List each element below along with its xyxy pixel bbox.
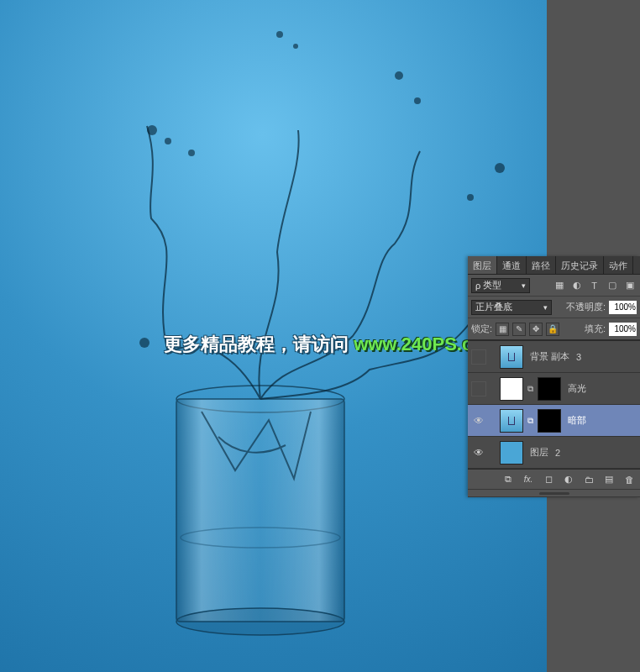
layers-panel-footer: ⧉ fx. ◻ ◐ 🗀 ▤ 🗑 [468,469,640,489]
svg-point-14 [188,150,195,156]
lock-all-icon[interactable]: 🔒 [546,323,559,336]
fill-label: 填充: [585,323,606,335]
new-group-icon[interactable]: 🗀 [583,474,595,486]
visibility-toggle[interactable] [471,381,486,396]
svg-point-13 [139,338,150,348]
visibility-toggle[interactable] [471,349,486,365]
layer-list: 背景 副本 3 ⧉ 高光 👁 ⧉ 暗部 👁 图层 2 [468,340,640,469]
layer-name: 背景 副本 [527,350,569,363]
layer-num: 2 [552,448,560,458]
layer-mask-thumbnail[interactable] [538,409,561,433]
lock-brush-icon[interactable]: ✎ [512,323,526,336]
new-layer-icon[interactable]: ▤ [603,474,615,486]
blend-mode-dropdown[interactable]: 正片叠底 [471,300,552,315]
layer-row[interactable]: ⧉ 高光 [468,373,640,405]
svg-point-7 [467,194,474,201]
svg-point-5 [414,97,421,104]
lock-move-icon[interactable]: ✥ [529,323,543,336]
layer-row[interactable]: 👁 图层 2 [468,437,640,469]
add-mask-icon[interactable]: ◻ [543,474,554,486]
layer-row[interactable]: 👁 ⧉ 暗部 [468,405,640,437]
tab-paths[interactable]: 路径 [527,256,556,274]
panel-resize-grip[interactable] [468,489,640,497]
svg-point-6 [495,163,505,173]
search-icon: ρ [475,281,480,291]
layer-name: 图层 [527,446,548,459]
delete-layer-icon[interactable]: 🗑 [623,474,635,486]
svg-point-15 [293,44,298,49]
filter-adjust-icon[interactable]: ◐ [569,278,584,292]
svg-point-10 [276,31,283,38]
layer-name: 暗部 [564,414,586,427]
layer-num: 3 [573,352,581,362]
layer-kind-dropdown[interactable]: ρ 类型 [471,278,530,293]
filter-smart-icon[interactable]: ▣ [622,278,637,292]
fx-icon[interactable]: fx. [522,474,534,486]
svg-point-4 [395,71,403,80]
fill-field[interactable]: 100% [609,323,637,336]
panel-tabs: 图层 通道 路径 历史记录 动作 [468,256,640,275]
filter-text-icon[interactable]: T [587,278,601,292]
tab-channels[interactable]: 通道 [497,256,527,274]
lock-row: 锁定: ▦ ✎ ✥ 🔒 填充: 100% [468,318,640,340]
kind-label: 类型 [483,279,501,291]
link-layers-icon[interactable]: ⧉ [502,474,514,486]
watermark-text: 更多精品教程，请访问 www.240PS.com [164,332,500,357]
visibility-toggle[interactable]: 👁 [471,413,486,428]
blend-mode-row: 正片叠底 不透明度: 100% [468,297,640,318]
layer-mask-thumbnail[interactable] [538,377,561,401]
mask-link-icon[interactable]: ⧉ [527,384,534,394]
layer-name: 高光 [564,382,586,395]
layer-row[interactable]: 背景 副本 3 [468,341,640,373]
svg-point-8 [147,125,157,135]
layer-thumbnail[interactable] [500,441,523,465]
tab-history[interactable]: 历史记录 [556,256,604,274]
svg-point-9 [165,138,171,144]
opacity-label: 不透明度: [566,301,606,313]
lock-transparent-icon[interactable]: ▦ [496,323,509,336]
filter-image-icon[interactable]: ▦ [552,278,566,292]
layer-thumbnail[interactable] [500,377,523,401]
svg-point-2 [176,608,344,635]
tab-actions[interactable]: 动作 [604,256,633,274]
layers-panel: 图层 通道 路径 历史记录 动作 ρ 类型 ▦ ◐ T ▢ ▣ 正片叠底 不透明… [468,256,640,497]
tab-layers[interactable]: 图层 [468,256,497,274]
visibility-toggle[interactable]: 👁 [471,445,486,460]
blend-mode-value: 正片叠底 [475,301,512,313]
filter-shape-icon[interactable]: ▢ [605,278,619,292]
opacity-field[interactable]: 100% [609,301,637,314]
layer-thumbnail[interactable] [500,409,523,433]
adjustment-layer-icon[interactable]: ◐ [563,474,574,486]
lock-label: 锁定: [471,323,492,335]
filter-type-row: ρ 类型 ▦ ◐ T ▢ ▣ [468,275,640,297]
watermark-prefix: 更多精品教程，请访问 [164,333,354,354]
canvas-area: 更多精品教程，请访问 www.240PS.com [0,0,547,672]
layer-thumbnail[interactable] [500,345,523,369]
mask-link-icon[interactable]: ⧉ [527,416,534,426]
